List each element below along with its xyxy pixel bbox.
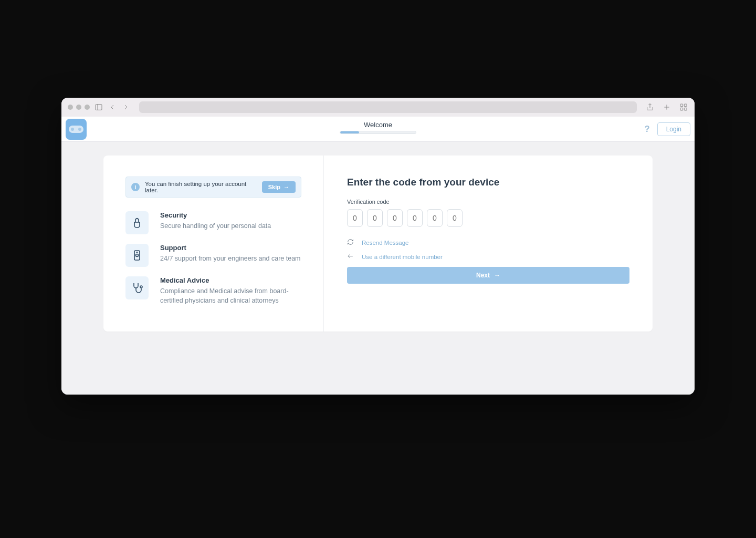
next-button-label: Next xyxy=(476,272,490,279)
close-window-icon[interactable] xyxy=(68,105,73,110)
feature-title: Medical Advice xyxy=(160,276,301,284)
new-tab-icon[interactable] xyxy=(662,102,671,112)
code-digit-5[interactable] xyxy=(427,209,443,227)
arrow-right-icon: → xyxy=(494,272,500,279)
feature-title: Security xyxy=(160,211,271,219)
browser-chrome xyxy=(61,98,695,117)
progress-fill xyxy=(340,131,359,133)
touch-icon xyxy=(125,211,149,234)
different-number-row: Use a different mobile number xyxy=(347,253,629,261)
app: Welcome ? Login i You can finish setting… xyxy=(61,117,695,395)
svg-point-9 xyxy=(136,218,138,219)
svg-rect-5 xyxy=(680,104,683,107)
pill-icon xyxy=(69,126,83,133)
card-left-panel: i You can finish setting up your account… xyxy=(103,156,324,332)
nav-back-icon[interactable] xyxy=(108,102,117,112)
feature-support: Support 24/7 support from your engineers… xyxy=(125,244,301,267)
skip-button[interactable]: Skip xyxy=(262,181,296,193)
feature-title: Support xyxy=(160,244,301,252)
app-logo[interactable] xyxy=(66,119,87,140)
help-icon[interactable]: ? xyxy=(645,125,650,134)
svg-rect-8 xyxy=(684,108,687,110)
share-icon[interactable] xyxy=(645,102,655,112)
next-button[interactable]: Next → xyxy=(347,267,629,284)
url-bar[interactable] xyxy=(139,101,637,113)
code-digit-6[interactable] xyxy=(447,209,463,227)
svg-point-13 xyxy=(140,286,142,288)
resend-link[interactable]: Resend Message xyxy=(362,240,409,246)
different-number-link[interactable]: Use a different mobile number xyxy=(362,254,443,260)
phone-device-icon xyxy=(125,244,149,267)
feature-desc: 24/7 support from your engineers and car… xyxy=(160,254,301,263)
login-button[interactable]: Login xyxy=(657,122,690,136)
browser-window: Welcome ? Login i You can finish setting… xyxy=(61,98,695,395)
feature-desc: Compliance and Medical advise from board… xyxy=(160,286,301,305)
svg-rect-0 xyxy=(96,105,102,110)
header-center: Welcome xyxy=(340,121,416,134)
banner-text: You can finish setting up your account l… xyxy=(145,181,257,193)
form-title: Enter the code from your device xyxy=(347,177,629,188)
info-icon: i xyxy=(131,183,140,191)
page-title: Welcome xyxy=(364,121,392,129)
feature-medical: Medical Advice Compliance and Medical ad… xyxy=(125,276,301,305)
arrow-left-icon xyxy=(347,253,354,261)
code-digit-4[interactable] xyxy=(407,209,423,227)
maximize-window-icon[interactable] xyxy=(85,105,90,110)
setup-later-banner: i You can finish setting up your account… xyxy=(125,177,301,198)
feature-desc: Secure handling of your personal data xyxy=(160,221,271,231)
skip-button-label: Skip xyxy=(268,184,280,190)
svg-point-11 xyxy=(136,254,139,257)
nav-forward-icon[interactable] xyxy=(121,102,131,112)
sidebar-toggle-icon[interactable] xyxy=(94,102,103,112)
card-right-panel: Enter the code from your device Verifica… xyxy=(324,156,653,332)
tab-overview-icon[interactable] xyxy=(679,102,688,112)
verification-label: Verification code xyxy=(347,199,629,205)
refresh-icon xyxy=(347,239,354,246)
content-area: i You can finish setting up your account… xyxy=(61,142,695,395)
feature-security: Security Secure handling of your persona… xyxy=(125,211,301,234)
main-card: i You can finish setting up your account… xyxy=(103,156,653,332)
minimize-window-icon[interactable] xyxy=(76,105,81,110)
topbar: Welcome ? Login xyxy=(61,117,695,142)
code-digit-1[interactable] xyxy=(347,209,363,227)
code-digit-3[interactable] xyxy=(387,209,403,227)
code-input-row xyxy=(347,209,629,227)
resend-row: Resend Message xyxy=(347,239,629,246)
stethoscope-icon xyxy=(125,276,149,299)
code-digit-2[interactable] xyxy=(367,209,383,227)
traffic-lights xyxy=(68,105,90,110)
svg-rect-7 xyxy=(680,108,683,110)
svg-rect-6 xyxy=(684,104,687,107)
progress-bar xyxy=(340,131,416,134)
